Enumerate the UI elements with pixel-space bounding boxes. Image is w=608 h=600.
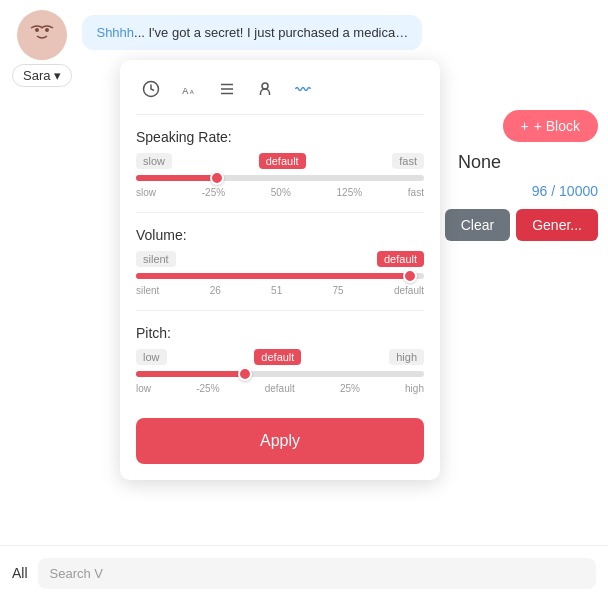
volume-track[interactable]: [136, 273, 424, 279]
tick-50: 50%: [271, 187, 291, 198]
low-tag: low: [136, 349, 167, 365]
bottom-search-bar: All Search V: [0, 545, 608, 600]
volume-tags: silent default: [136, 251, 424, 267]
bubble-rest: ... I've got a secret! I just purchased …: [134, 25, 422, 40]
pitch-thumb[interactable]: [238, 367, 252, 381]
volume-label: Volume:: [136, 227, 424, 243]
generate-button[interactable]: Gener...: [516, 209, 598, 241]
apply-button[interactable]: Apply: [136, 418, 424, 464]
pitch-track[interactable]: [136, 371, 424, 377]
volume-section: Volume: silent default silent 26 51 75 d…: [136, 227, 424, 311]
tick-125: 125%: [337, 187, 363, 198]
action-buttons: Clear Gener...: [445, 209, 598, 241]
pitch-label: Pitch:: [136, 325, 424, 341]
silent-tag: silent: [136, 251, 176, 267]
block-label: + Block: [534, 118, 580, 134]
tick-slow: slow: [136, 187, 156, 198]
tick-minus25: -25%: [202, 187, 225, 198]
volume-thumb[interactable]: [403, 269, 417, 283]
plus-icon: +: [521, 118, 529, 134]
character-counter: 96 / 10000: [532, 183, 598, 199]
svg-text:A: A: [182, 86, 188, 96]
bubble-highlight: Shhhh: [96, 25, 134, 40]
tick-silent: silent: [136, 285, 159, 296]
volume-fill: [136, 273, 410, 279]
svg-point-2: [35, 28, 39, 32]
tick-75: 75: [333, 285, 344, 296]
fast-tag: fast: [392, 153, 424, 169]
tick-26: 26: [210, 285, 221, 296]
list-icon[interactable]: [212, 74, 242, 104]
user-dropdown-button[interactable]: Sara ▾: [12, 64, 72, 87]
clock-icon[interactable]: [136, 74, 166, 104]
right-panel: + + Block None 96 / 10000 Clear Gener...: [448, 100, 608, 251]
chevron-down-icon: ▾: [54, 68, 61, 83]
pitch-section: Pitch: low default high low -25% default…: [136, 325, 424, 408]
svg-point-10: [262, 83, 268, 89]
svg-point-3: [45, 28, 49, 32]
svg-text:A: A: [190, 89, 194, 95]
speaking-rate-track[interactable]: [136, 175, 424, 181]
clear-button[interactable]: Clear: [445, 209, 510, 241]
tick-25p: 25%: [340, 383, 360, 394]
popup-toolbar: A A: [136, 74, 424, 115]
pitch-fill: [136, 371, 245, 377]
speaking-rate-section: Speaking Rate: slow default fast slow -2…: [136, 129, 424, 213]
speaking-rate-thumb[interactable]: [210, 171, 224, 185]
avatar: [17, 10, 67, 60]
svg-point-1: [28, 42, 56, 60]
search-input[interactable]: Search V: [38, 558, 596, 589]
tick-minus25p: -25%: [196, 383, 219, 394]
speaking-rate-label: Speaking Rate:: [136, 129, 424, 145]
person-icon[interactable]: [250, 74, 280, 104]
tick-fast: fast: [408, 187, 424, 198]
waveform-icon[interactable]: [288, 74, 318, 104]
none-label: None: [458, 152, 501, 173]
pitch-default-tag: default: [254, 349, 301, 365]
tick-51: 51: [271, 285, 282, 296]
pitch-tags: low default high: [136, 349, 424, 365]
speaking-rate-fill: [136, 175, 217, 181]
tick-low: low: [136, 383, 151, 394]
tick-default: default: [394, 285, 424, 296]
slow-tag: slow: [136, 153, 172, 169]
avatar-image: [17, 10, 67, 60]
volume-default-tag: default: [377, 251, 424, 267]
text-size-icon[interactable]: A A: [174, 74, 204, 104]
default-tag: default: [259, 153, 306, 169]
tts-settings-popup: A A Speaking Rate: slow: [120, 60, 440, 480]
tick-high: high: [405, 383, 424, 394]
volume-ticks: silent 26 51 75 default: [136, 285, 424, 296]
message-bubble: Shhhh... I've got a secret! I just purch…: [82, 15, 422, 50]
speaking-rate-tags: slow default fast: [136, 153, 424, 169]
tick-default-p: default: [265, 383, 295, 394]
pitch-ticks: low -25% default 25% high: [136, 383, 424, 394]
user-name: Sara: [23, 68, 50, 83]
speaking-rate-ticks: slow -25% 50% 125% fast: [136, 187, 424, 198]
block-button[interactable]: + + Block: [503, 110, 599, 142]
all-filter-label[interactable]: All: [12, 565, 28, 581]
avatar-section: Sara ▾: [12, 10, 72, 87]
high-tag: high: [389, 349, 424, 365]
